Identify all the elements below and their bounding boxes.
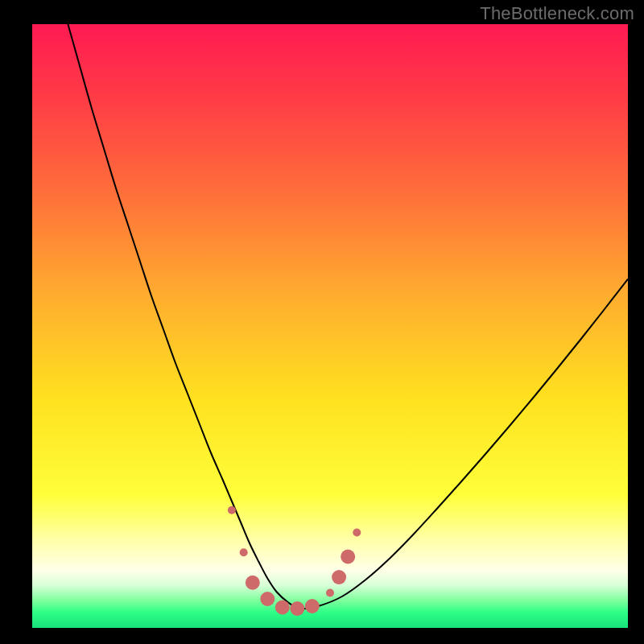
chart-frame: TheBottleneck.com [0, 0, 644, 644]
watermark-text: TheBottleneck.com [480, 3, 634, 24]
marker-dot [290, 601, 304, 616]
marker-dot [332, 570, 346, 584]
marker-dot [353, 529, 361, 537]
marker-dot [240, 548, 248, 556]
marker-dot [326, 589, 334, 597]
plot-area [32, 24, 628, 628]
bottleneck-curve [68, 24, 628, 609]
marker-dot [275, 601, 290, 615]
curve-layer [32, 24, 628, 628]
marker-dot [260, 592, 275, 606]
marker-dot [305, 599, 320, 613]
marker-dot [246, 576, 260, 590]
highlight-dots [228, 506, 361, 616]
marker-dot [228, 506, 236, 514]
marker-dot [341, 550, 355, 564]
